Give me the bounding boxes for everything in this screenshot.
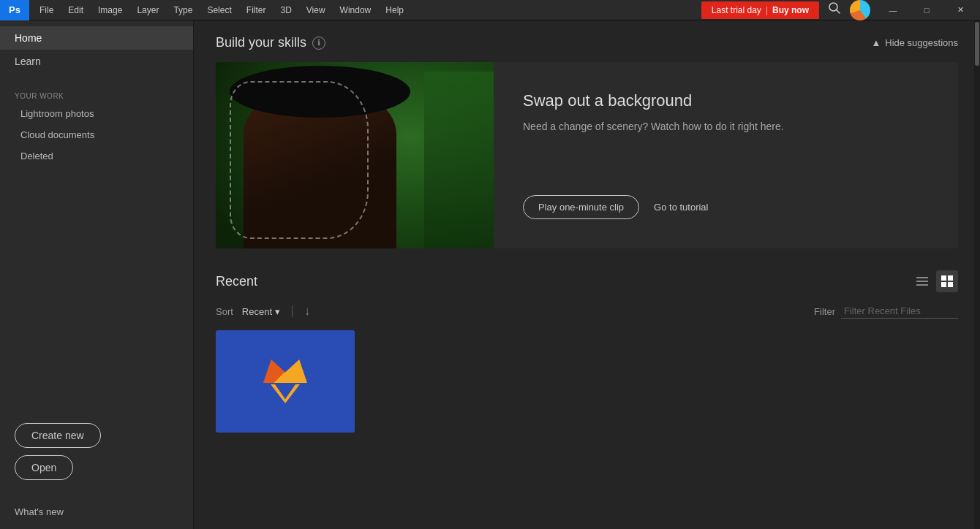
feature-content: Swap out a background Need a change of s… <box>494 62 958 248</box>
svg-rect-4 <box>916 284 928 286</box>
recent-header: Recent <box>216 270 958 292</box>
app-body: Home Learn YOUR WORK Lightroom photos Cl… <box>0 20 980 529</box>
create-new-button[interactable]: Create new <box>15 423 101 448</box>
main-content: Build your skills ℹ ▲ Hide suggestions <box>194 20 980 529</box>
menu-file[interactable]: File <box>32 0 61 20</box>
titlebar-right: Last trial day | Buy now — □ ✕ <box>701 0 980 21</box>
hat-shape <box>230 66 410 118</box>
hide-chevron-icon: ▲ <box>871 37 881 48</box>
sort-dropdown[interactable]: Recent ▾ <box>242 306 280 317</box>
svg-rect-5 <box>941 275 946 281</box>
open-button[interactable]: Open <box>15 455 73 480</box>
sort-label: Sort <box>216 306 233 317</box>
svg-rect-8 <box>948 282 953 287</box>
sidebar-actions: Create new Open <box>0 408 193 495</box>
sort-value: Recent <box>242 306 272 317</box>
menu-type[interactable]: Type <box>166 0 200 20</box>
sort-bar: Sort Recent ▾ ↓ Filter <box>216 304 958 319</box>
sort-chevron-icon: ▾ <box>275 306 280 317</box>
build-skills-heading: Build your skills <box>216 35 306 50</box>
grid-view-button[interactable] <box>936 270 958 292</box>
buy-now-text: Buy now <box>772 5 809 15</box>
sidebar-item-home[interactable]: Home <box>0 26 193 50</box>
sidebar: Home Learn YOUR WORK Lightroom photos Cl… <box>0 20 194 529</box>
menu-edit[interactable]: Edit <box>61 0 91 20</box>
m-shape <box>263 359 307 383</box>
build-skills-title-group: Build your skills ℹ <box>216 35 325 50</box>
mvstar-thumbnail-bg <box>216 330 355 433</box>
trial-button[interactable]: Last trial day | Buy now <box>701 1 819 19</box>
go-to-tutorial-link[interactable]: Go to tutorial <box>654 202 708 213</box>
svg-rect-2 <box>916 277 928 278</box>
window-controls: — □ ✕ <box>876 0 977 20</box>
recent-heading: Recent <box>216 274 257 289</box>
recent-file-card[interactable] <box>216 330 355 433</box>
titlebar-left: Ps File Edit Image Layer Type Select Fil… <box>0 0 411 20</box>
sidebar-item-lightroom[interactable]: Lightroom photos <box>0 103 193 124</box>
feature-text: Swap out a background Need a change of s… <box>523 91 929 134</box>
your-work-label: YOUR WORK <box>0 85 193 103</box>
menu-view[interactable]: View <box>299 0 333 20</box>
menu-window[interactable]: Window <box>333 0 379 20</box>
whats-new-link[interactable]: What's new <box>0 495 193 529</box>
svg-line-1 <box>837 10 840 14</box>
v-shape <box>271 384 300 403</box>
sidebar-nav-section: Home Learn <box>0 20 193 79</box>
recent-grid <box>216 330 958 433</box>
sort-divider <box>292 305 293 317</box>
feature-title: Swap out a background <box>523 91 929 110</box>
titlebar: Ps File Edit Image Layer Type Select Fil… <box>0 0 980 20</box>
menu-image[interactable]: Image <box>91 0 129 20</box>
ps-logo-wrap: Ps <box>0 0 29 20</box>
svg-rect-3 <box>916 281 928 282</box>
play-one-minute-button[interactable]: Play one-minute clip <box>523 195 639 219</box>
menu-help[interactable]: Help <box>378 0 411 20</box>
sidebar-item-learn[interactable]: Learn <box>0 50 193 73</box>
close-button[interactable]: ✕ <box>943 0 977 20</box>
filter-area: Filter <box>814 304 958 319</box>
sidebar-item-cloud-docs[interactable]: Cloud documents <box>0 124 193 145</box>
avatar[interactable] <box>850 0 870 20</box>
right-leaves <box>424 72 494 248</box>
hide-suggestions-label: Hide suggestions <box>885 37 958 48</box>
scrollbar-track[interactable] <box>974 20 980 529</box>
view-toggle <box>911 270 958 292</box>
menu-layer[interactable]: Layer <box>129 0 166 20</box>
sort-order-button[interactable]: ↓ <box>304 305 310 318</box>
menu-3d[interactable]: 3D <box>273 0 298 20</box>
feature-actions: Play one-minute clip Go to tutorial <box>523 195 929 219</box>
svg-rect-7 <box>941 282 946 287</box>
filter-label: Filter <box>814 306 835 317</box>
menu-filter[interactable]: Filter <box>239 0 274 20</box>
feature-image-bg <box>216 62 494 248</box>
feature-card: Swap out a background Need a change of s… <box>216 62 958 248</box>
scrollbar-thumb[interactable] <box>975 22 979 66</box>
filter-input[interactable] <box>841 304 958 319</box>
separator: | <box>766 5 768 15</box>
ps-logo: Ps <box>9 4 20 15</box>
svg-rect-6 <box>948 275 953 281</box>
info-icon[interactable]: ℹ <box>312 37 325 50</box>
recent-thumbnail <box>216 330 355 433</box>
minimize-button[interactable]: — <box>876 0 910 20</box>
trial-text: Last trial day <box>712 5 761 15</box>
mvstar-logo <box>263 359 307 403</box>
menu-select[interactable]: Select <box>200 0 238 20</box>
build-skills-header: Build your skills ℹ ▲ Hide suggestions <box>216 35 958 50</box>
hide-suggestions-button[interactable]: ▲ Hide suggestions <box>871 37 958 48</box>
list-view-button[interactable] <box>911 270 933 292</box>
sidebar-your-work-section: YOUR WORK Lightroom photos Cloud documen… <box>0 79 193 172</box>
feature-image <box>216 62 494 248</box>
maximize-button[interactable]: □ <box>910 0 943 20</box>
feature-description: Need a change of scenery? Watch how to d… <box>523 119 929 134</box>
search-icon[interactable] <box>825 0 844 21</box>
sidebar-item-deleted[interactable]: Deleted <box>0 145 193 167</box>
